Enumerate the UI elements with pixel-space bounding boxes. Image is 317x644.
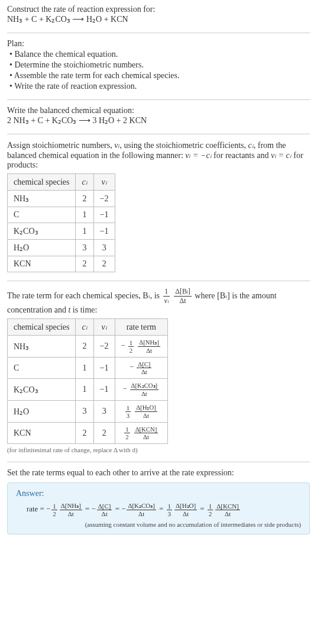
col-nui: νᵢ: [93, 174, 115, 191]
plan-item: • Determine the stoichiometric numbers.: [9, 60, 310, 70]
cell-species: NH₃: [8, 191, 76, 207]
table-row: K₂CO₃ 1 −1 − Δ[K₂CO₃]Δt: [8, 379, 168, 401]
cell-nu: −2: [93, 191, 115, 207]
col-species: chemical species: [8, 174, 76, 191]
answer-equation: rate = −12Δ[NH₃]Δt = −Δ[C]Δt = −Δ[K₂CO₃]…: [27, 502, 301, 517]
stoich-intro: Assign stoichiometric numbers, νᵢ, using…: [7, 140, 310, 170]
cell-c: 1: [76, 223, 93, 240]
rule-reactants: νᵢ = −cᵢ: [185, 151, 211, 160]
fraction-1-over-nu: 1νᵢ: [163, 287, 170, 305]
numerator: Δ[KCN]: [134, 426, 158, 433]
answer-box: Answer: rate = −12Δ[NH₃]Δt = −Δ[C]Δt = −…: [7, 482, 310, 534]
divider: [7, 462, 310, 462]
unbalanced-equation: NH₃ + C + K₂CO₃ ⟶ H₂O + KCN: [7, 14, 310, 24]
answer-note: (assuming constant volume and no accumul…: [16, 521, 301, 528]
numerator: Δ[NH₃]: [138, 339, 160, 347]
sign: −: [130, 363, 134, 371]
table-row: NH₃ 2 −2 − 12 Δ[NH₃]Δt: [8, 336, 168, 358]
delta-frac: Δ[K₂CO₃]Δt: [130, 382, 159, 397]
table-row: C 1 −1 − Δ[C]Δt: [8, 358, 168, 379]
cell-rate-term: − 12 Δ[NH₃]Δt: [115, 336, 167, 358]
delta-frac: Δ[KCN]Δt: [134, 426, 158, 440]
cell-species: KCN: [8, 423, 76, 444]
cell-nu: 3: [93, 240, 115, 256]
final-intro: Set the rate terms equal to each other t…: [7, 468, 310, 478]
table-row: NH₃2−2: [8, 191, 115, 207]
table-row: H₂O 3 3 13 Δ[H₂O]Δt: [8, 401, 168, 423]
denominator: Δt: [138, 347, 160, 354]
c-symbol: cᵢ: [248, 141, 254, 150]
cell-species: H₂O: [8, 240, 76, 256]
text: for reactants and: [212, 151, 271, 160]
cell-species: C: [8, 358, 76, 379]
cell-nu: 2: [93, 256, 115, 272]
delta-frac: Δ[NH₃]Δt: [138, 339, 160, 354]
cell-c: 1: [76, 358, 93, 379]
plan-list: • Balance the chemical equation. • Deter…: [9, 50, 310, 91]
cell-c: 3: [76, 401, 93, 423]
balanced-equation: 2 NH₃ + C + K₂CO₃ ⟶ 3 H₂O + 2 KCN: [7, 115, 310, 125]
cell-c: 3: [76, 240, 93, 256]
denominator: Δt: [130, 390, 159, 397]
cell-nu: 3: [93, 401, 115, 423]
denominator: Δt: [174, 297, 192, 305]
delta-frac: Δ[H₂O]Δt: [135, 404, 157, 419]
table-header-row: chemical species cᵢ νᵢ: [8, 174, 115, 191]
cell-c: 2: [76, 336, 93, 358]
table-header-row: chemical species cᵢ νᵢ rate term: [8, 319, 168, 336]
col-nui: νᵢ: [93, 319, 115, 336]
page-title: Construct the rate of reaction expressio…: [7, 5, 310, 14]
coef-frac: 12: [128, 339, 134, 354]
rate-intro: The rate term for each chemical species,…: [7, 287, 310, 315]
footnote: (for infinitesimal rate of change, repla…: [7, 446, 310, 453]
cell-species: K₂CO₃: [8, 379, 76, 401]
cell-c: 1: [76, 207, 93, 223]
balanced-heading: Write the balanced chemical equation:: [7, 106, 310, 115]
rule-products: νᵢ = cᵢ: [271, 151, 292, 160]
text: The rate term for each chemical species,…: [7, 291, 162, 300]
cell-nu: −1: [93, 223, 115, 240]
sign: −: [122, 385, 127, 393]
divider: [7, 33, 310, 33]
cell-c: 2: [76, 423, 93, 444]
cell-c: 2: [76, 256, 93, 272]
text: Assign stoichiometric numbers,: [7, 141, 114, 150]
answer-label: Answer:: [16, 489, 301, 498]
plan-item: • Balance the chemical equation.: [9, 50, 310, 59]
cell-nu: 2: [93, 423, 115, 444]
cell-c: 2: [76, 191, 93, 207]
text: is time:: [70, 305, 97, 314]
denominator: 2: [128, 347, 134, 354]
numerator: Δ[Bᵢ]: [174, 287, 192, 297]
cell-species: K₂CO₃: [8, 223, 76, 240]
divider: [7, 134, 310, 134]
col-ci: cᵢ: [76, 319, 93, 336]
cell-nu: −1: [93, 358, 115, 379]
plan-heading: Plan:: [7, 39, 310, 49]
table-row: KCN 2 2 12 Δ[KCN]Δt: [8, 423, 168, 444]
col-species: chemical species: [8, 319, 76, 336]
text: , using the stoichiometric coefficients,: [119, 141, 248, 150]
numerator: 1: [124, 426, 130, 433]
denominator: 3: [125, 412, 131, 419]
col-ci: cᵢ: [76, 174, 93, 191]
cell-nu: −2: [93, 336, 115, 358]
denominator: Δt: [134, 433, 158, 440]
table-row: K₂CO₃1−1: [8, 223, 115, 240]
numerator: Δ[C]: [137, 360, 151, 368]
fraction-delta-b: Δ[Bᵢ]Δt: [174, 287, 192, 305]
cell-species: H₂O: [8, 401, 76, 423]
cell-species: C: [8, 207, 76, 223]
cell-rate-term: 12 Δ[KCN]Δt: [115, 423, 167, 444]
divider: [7, 99, 310, 100]
numerator: 1: [128, 339, 134, 347]
cell-rate-term: 13 Δ[H₂O]Δt: [115, 401, 167, 423]
table-row: KCN22: [8, 256, 115, 272]
numerator: Δ[H₂O]: [135, 404, 157, 412]
denominator: νᵢ: [163, 297, 170, 305]
plan-item: • Write the rate of reaction expression.: [9, 82, 310, 91]
cell-c: 1: [76, 379, 93, 401]
cell-rate-term: − Δ[K₂CO₃]Δt: [115, 379, 167, 401]
col-rate-term: rate term: [115, 319, 167, 336]
denominator: Δt: [137, 368, 151, 375]
